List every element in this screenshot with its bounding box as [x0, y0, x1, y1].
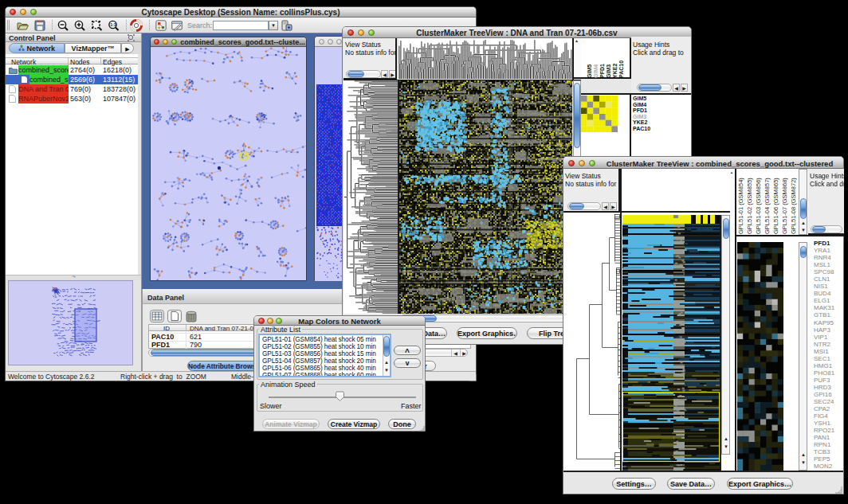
svg-text:1:1: 1:1 [110, 22, 116, 27]
